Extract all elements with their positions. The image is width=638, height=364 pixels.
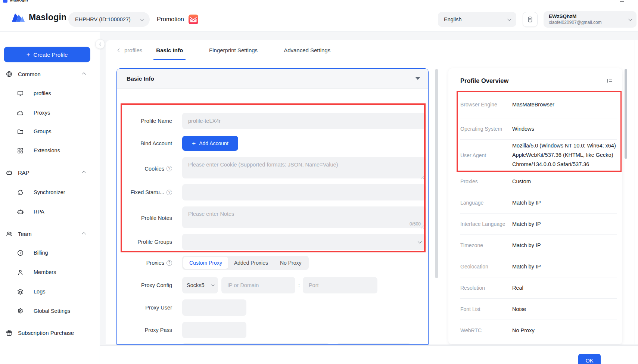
proxy-mode-none[interactable]: No Proxy [274,257,308,269]
host-port-separator: : [298,282,300,288]
brand-logo: Maslogin [11,12,66,23]
plus-icon: + [27,52,30,58]
collapse-triangle-icon[interactable] [416,77,420,80]
chevron-up-icon [82,171,86,175]
proxy-mode-added[interactable]: Added Proxies [228,257,274,269]
field-label: Proxy Config [117,282,172,288]
docs-button[interactable] [523,12,538,27]
user-name: EWzSQhzM [549,13,628,20]
section-label: Common [18,71,41,77]
user-account-menu[interactable]: EWzSQhzM xiaofei020907@gmail.com [544,11,637,28]
proxy-host-input[interactable] [221,277,295,293]
cookies-textarea[interactable] [182,157,426,178]
basic-info-card-header[interactable]: Basic Info [117,69,428,89]
team-selector[interactable]: EHPHRV (ID:1000027) [68,12,150,27]
robot-icon [17,208,24,215]
help-icon[interactable]: ? [166,260,172,266]
char-counter: 0/500 [410,221,421,227]
clipped-input[interactable] [182,343,330,345]
overview-row: WebRTC No Proxy [460,320,617,341]
sidebar-item-global-settings[interactable]: Global Settings [0,306,100,316]
promotion-link[interactable]: Promotion [157,15,198,24]
item-label: Billing [34,250,48,256]
tab-advanced-settings[interactable]: Advanced Settings [278,40,336,60]
monitor-icon [17,90,24,97]
sidebar-section-common[interactable]: Common [0,69,100,79]
bind-account-row: Bind Account + Add Account [117,136,429,151]
create-profile-button[interactable]: + Create Profile [4,47,90,62]
field-label: Cookies ? [117,166,172,172]
clipped-input[interactable] [336,343,411,345]
plus-icon: + [192,140,196,147]
overview-scrollbar-thumb[interactable] [625,69,627,159]
overview-row: Geolocation Match by IP [460,256,617,277]
overview-row: Language Match by IP [460,192,617,214]
footer-bar: OK [100,345,638,364]
ok-button[interactable]: OK [578,354,601,364]
add-account-button[interactable]: + Add Account [182,136,238,151]
sidebar-item-profiles[interactable]: profiles [0,88,100,98]
field-label: Proxy User [117,305,172,311]
document-icon [526,16,534,23]
overview-row: Interface Language Match by IP [460,214,617,235]
proxy-user-row: Proxy User [117,299,429,316]
minimize-icon[interactable] [620,1,624,2]
grid-icon [17,147,24,154]
app-header: Maslogin EHPHRV (ID:1000027) Promotion E… [0,3,638,32]
chevron-down-icon [140,17,144,21]
profile-name-row: Profile Name [117,113,429,129]
proxy-user-input[interactable] [182,299,246,316]
overview-row: User Agent Mozilla/5.0 (Windows NT 10.0;… [460,140,617,171]
item-label: Groups [34,128,52,134]
tab-basic-info[interactable]: Basic Info [150,40,189,60]
proxy-mode-custom[interactable]: Custom Proxy [183,257,228,269]
field-label: Proxies ? [117,260,172,266]
field-label: Fixed Startu... ? [117,189,172,195]
sidebar: + Create Profile Common profiles Proxys [0,32,100,364]
maslogin-logo-icon [11,12,25,23]
proxy-pass-input[interactable] [182,322,246,338]
tab-fingerprint-settings[interactable]: Fingerprint Settings [203,40,263,60]
breadcrumb-back[interactable]: profiles [118,47,142,53]
profile-notes-row: Profile Notes 0/500 [117,206,429,230]
sidebar-item-synchronizer[interactable]: Synchronizer [0,187,100,197]
sidebar-section-rap[interactable]: RAP [0,168,100,177]
folder-icon [17,128,24,135]
sidebar-item-subscription-purchase[interactable]: Subscription Purchase [0,328,100,337]
card-title: Basic Info [127,75,416,82]
chevron-left-icon [99,43,102,46]
profile-groups-select[interactable] [182,234,426,250]
sidebar-item-members[interactable]: Members [0,267,100,277]
fixed-startup-input[interactable] [182,184,426,200]
sidebar-item-logs[interactable]: Logs [0,287,100,296]
chevron-up-icon [82,232,86,236]
field-label: Proxy Pass [117,327,172,333]
sidebar-item-billing[interactable]: Billing [0,248,100,258]
help-icon[interactable]: ? [166,166,172,171]
sidebar-section-team[interactable]: Team [0,229,100,239]
item-label: Members [34,269,56,275]
chevron-down-icon [418,239,422,243]
cloud-icon [17,109,24,116]
profile-overview-card: Profile Overview Browser Engine MasMateB… [448,68,622,344]
help-icon[interactable]: ? [166,190,172,195]
profile-groups-row: Profile Groups [117,234,429,250]
sidebar-item-groups[interactable]: Groups [0,127,100,136]
sidebar-collapse-button[interactable] [95,39,105,49]
basic-info-card: Basic Info Profile Name Bind Account + A… [116,68,429,345]
proxy-protocol-select[interactable]: Socks5 [182,277,218,293]
language-selector[interactable]: English [438,12,516,27]
profile-notes-textarea[interactable] [182,206,426,228]
sidebar-item-rpa[interactable]: RPA [0,207,100,217]
proxy-mode-segmented: Custom Proxy Added Proxies No Proxy [182,256,309,270]
sidebar-item-proxys[interactable]: Proxys [0,108,100,118]
overview-list-icon[interactable] [606,77,613,84]
chevron-down-icon [507,17,511,21]
main-scrollbar-thumb[interactable] [435,69,438,278]
sidebar-item-extensions[interactable]: Extensions [0,146,100,155]
profile-name-input[interactable] [182,113,426,129]
proxy-port-input[interactable] [303,277,377,293]
item-label: RPA [34,209,44,215]
overview-header: Profile Overview [448,68,622,91]
fixed-startup-row: Fixed Startu... ? [117,184,429,200]
